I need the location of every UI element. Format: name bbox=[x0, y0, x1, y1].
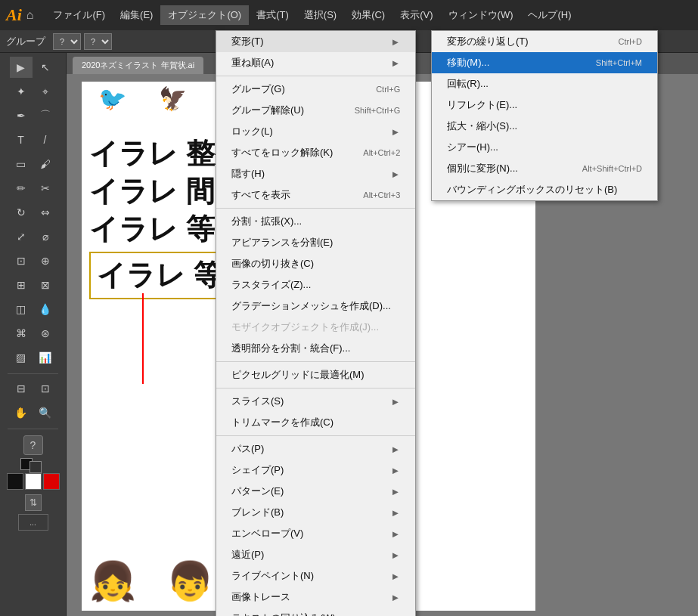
scissors-tool[interactable]: ✂ bbox=[34, 178, 57, 199]
tool-row-7: ↻ ⇔ bbox=[2, 201, 64, 224]
menu-blend[interactable]: ブレンド(B) ► bbox=[216, 502, 415, 523]
color-fill-red[interactable] bbox=[43, 473, 60, 490]
stroke-indicator[interactable] bbox=[29, 461, 42, 473]
unlock-shortcut: Alt+Ctrl+2 bbox=[363, 148, 400, 157]
line-tool[interactable]: / bbox=[34, 129, 57, 150]
question-mark-button[interactable]: ? bbox=[23, 435, 43, 455]
submenu-scale[interactable]: 拡大・縮小(S)... bbox=[432, 116, 657, 137]
tool-row-4: T / bbox=[2, 128, 64, 151]
slices-arrow: ► bbox=[390, 396, 400, 407]
color-fill-white[interactable] bbox=[25, 473, 42, 490]
menubar: Ai ⌂ ファイル(F) 編集(E) オブジェクト(O) 書式(T) 選択(S)… bbox=[0, 0, 698, 30]
menu-shape[interactable]: シェイプ(P) ► bbox=[216, 460, 415, 481]
hand-tool[interactable]: ✋ bbox=[10, 402, 33, 423]
eyedropper-tool[interactable]: 💧 bbox=[34, 299, 57, 320]
rotate-tool[interactable]: ↻ bbox=[10, 202, 33, 223]
lasso-tool[interactable]: ⌖ bbox=[34, 81, 57, 102]
menu-perspective[interactable]: 遠近(P) ► bbox=[216, 544, 415, 565]
menu-image-trace[interactable]: 画像トレース ► bbox=[216, 587, 415, 608]
menu-view[interactable]: 表示(V) bbox=[392, 5, 440, 25]
doc-tab-active[interactable]: 2020ネズミイラスト 年賀状.ai bbox=[73, 57, 203, 74]
scale-tool[interactable]: ⤢ bbox=[10, 226, 33, 247]
menu-rasterize[interactable]: ラスタライズ(Z)... bbox=[216, 274, 415, 296]
toolbar-dropdown-1[interactable]: ? bbox=[53, 33, 81, 50]
tool-row-9: ⊡ ⊕ bbox=[2, 249, 64, 272]
individual-shortcut: Alt+Shift+Ctrl+D bbox=[582, 164, 642, 173]
menu-live-paint[interactable]: ライブペイント(N) ► bbox=[216, 565, 415, 587]
direct-selection-tool[interactable]: ↖ bbox=[34, 57, 57, 78]
submenu-repeat-transform[interactable]: 変形の繰り返し(T) Ctrl+D bbox=[432, 31, 657, 52]
menu-file[interactable]: ファイル(F) bbox=[45, 5, 113, 25]
menu-expand-appearance[interactable]: アピアランスを分割(E) bbox=[216, 232, 415, 253]
menu-unlock-all[interactable]: すべてをロック解除(K) Alt+Ctrl+2 bbox=[216, 142, 415, 163]
shape-builder-tool[interactable]: ⊕ bbox=[34, 250, 57, 271]
menu-select[interactable]: 選択(S) bbox=[296, 5, 344, 25]
menu-expand[interactable]: 分割・拡張(X)... bbox=[216, 211, 415, 232]
separator-1 bbox=[216, 76, 415, 76]
pen-tool[interactable]: ✒ bbox=[10, 105, 33, 126]
menu-group[interactable]: グループ(G) Ctrl+G bbox=[216, 79, 415, 100]
menu-transform[interactable]: 変形(T) ► bbox=[216, 31, 415, 52]
perspective-grid-tool[interactable]: ⊞ bbox=[10, 274, 33, 296]
tool-row-10: ⊞ ⊠ bbox=[2, 274, 64, 296]
menu-object[interactable]: オブジェクト(O) bbox=[160, 5, 249, 25]
menu-pixel-grid[interactable]: ピクセルグリッドに最適化(M) bbox=[216, 364, 415, 385]
menu-edit[interactable]: 編集(E) bbox=[113, 5, 160, 25]
submenu-reset-bbox[interactable]: バウンディングボックスのリセット(B) bbox=[432, 179, 657, 200]
rectangle-tool[interactable]: ▭ bbox=[10, 153, 33, 175]
menu-window[interactable]: ウィンドウ(W) bbox=[441, 5, 521, 25]
menu-show-all[interactable]: すべてを表示 Alt+Ctrl+3 bbox=[216, 184, 415, 206]
pencil-tool[interactable]: ✏ bbox=[10, 178, 33, 199]
mesh-tool[interactable]: ⊠ bbox=[34, 274, 57, 296]
warp-tool[interactable]: ⌀ bbox=[34, 226, 57, 247]
magic-wand-tool[interactable]: ✦ bbox=[10, 81, 33, 102]
submenu-shear[interactable]: シアー(H)... bbox=[432, 137, 657, 158]
menu-crop-image[interactable]: 画像の切り抜き(C) bbox=[216, 253, 415, 274]
submenu-reflect[interactable]: リフレクト(E)... bbox=[432, 94, 657, 116]
color-fill-black[interactable] bbox=[7, 473, 23, 490]
free-transform-tool[interactable]: ⊡ bbox=[10, 250, 33, 271]
menu-arrange[interactable]: 重ね順(A) ► bbox=[216, 52, 415, 73]
curvature-tool[interactable]: ⌒ bbox=[34, 105, 57, 126]
menu-effect[interactable]: 効果(C) bbox=[344, 5, 392, 25]
reflect-tool[interactable]: ⇔ bbox=[34, 202, 57, 223]
menu-transparency[interactable]: 透明部分を分割・統合(F)... bbox=[216, 338, 415, 359]
lock-arrow: ► bbox=[390, 126, 400, 138]
type-tool[interactable]: T bbox=[10, 129, 33, 150]
tool-row-1: ▶ ↖ bbox=[2, 56, 64, 79]
menu-envelope[interactable]: エンベロープ(V) ► bbox=[216, 523, 415, 544]
blend-tool[interactable]: ⌘ bbox=[10, 323, 33, 344]
swap-colors-button[interactable]: ⇅ bbox=[25, 494, 42, 511]
tool-row-5: ▭ 🖌 bbox=[2, 153, 64, 175]
drawing-mode-button[interactable]: ... bbox=[18, 514, 48, 531]
menu-slices[interactable]: スライス(S) ► bbox=[216, 391, 415, 412]
live-paint-tool[interactable]: ⊛ bbox=[34, 323, 57, 344]
submenu-individual[interactable]: 個別に変形(N)... Alt+Shift+Ctrl+D bbox=[432, 158, 657, 179]
menu-lock[interactable]: ロック(L) ► bbox=[216, 121, 415, 142]
menu-mosaic[interactable]: モザイクオブジェクトを作成(J)... bbox=[216, 317, 415, 338]
separator-5 bbox=[216, 435, 415, 436]
tool-row-11: ◫ 💧 bbox=[2, 298, 64, 320]
selection-tool[interactable]: ▶ bbox=[10, 57, 33, 78]
showall-shortcut: Alt+Ctrl+3 bbox=[363, 190, 400, 200]
menu-trim-marks[interactable]: トリムマークを作成(C) bbox=[216, 412, 415, 433]
menu-path[interactable]: パス(P) ► bbox=[216, 438, 415, 460]
menu-pattern[interactable]: パターン(E) ► bbox=[216, 481, 415, 502]
submenu-rotate[interactable]: 回転(R)... bbox=[432, 73, 657, 94]
slice-tool[interactable]: ⊡ bbox=[34, 378, 57, 399]
artboard-tool[interactable]: ⊟ bbox=[10, 378, 33, 399]
zoom-tool[interactable]: 🔍 bbox=[34, 402, 57, 423]
menu-gradient-mesh[interactable]: グラデーションメッシュを作成(D)... bbox=[216, 296, 415, 317]
menu-ungroup[interactable]: グループ解除(U) Shift+Ctrl+G bbox=[216, 100, 415, 121]
home-icon[interactable]: ⌂ bbox=[26, 8, 34, 22]
menu-help[interactable]: ヘルプ(H) bbox=[520, 5, 579, 25]
submenu-move[interactable]: 移動(M)... Shift+Ctrl+M bbox=[432, 52, 657, 73]
graph-tool[interactable]: 📊 bbox=[34, 347, 57, 368]
bar-chart-tool[interactable]: ▨ bbox=[10, 347, 33, 368]
paintbrush-tool[interactable]: 🖌 bbox=[34, 153, 57, 175]
menu-text-wrap[interactable]: テキストの回り込み(W) ► bbox=[216, 608, 415, 616]
menu-type[interactable]: 書式(T) bbox=[249, 5, 296, 25]
toolbar-dropdown-2[interactable]: ? bbox=[84, 33, 112, 50]
gradient-tool[interactable]: ◫ bbox=[10, 299, 33, 320]
menu-hide[interactable]: 隠す(H) ► bbox=[216, 163, 415, 184]
